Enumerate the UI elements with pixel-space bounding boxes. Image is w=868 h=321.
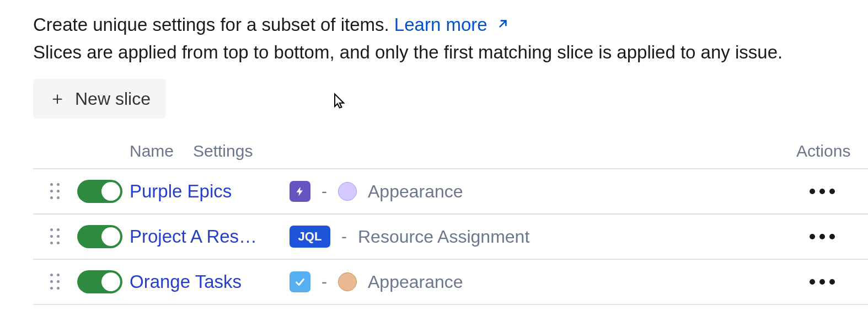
enable-toggle[interactable] [77, 180, 122, 203]
settings-label: Resource Assignment [358, 227, 529, 247]
drag-icon [50, 183, 60, 200]
settings-label: Appearance [368, 181, 463, 202]
page-description: Create unique settings for a subset of i… [33, 11, 868, 66]
slice-name-link[interactable]: Project A Res… [130, 226, 284, 247]
separator: - [341, 227, 347, 246]
drag-handle[interactable] [33, 274, 77, 290]
plus-icon: ＋ [49, 87, 66, 111]
new-slice-label: New slice [75, 89, 151, 109]
col-actions-header: Actions [796, 142, 868, 160]
description-line1: Create unique settings for a subset of i… [33, 14, 394, 35]
separator: - [322, 272, 327, 291]
settings-label: Appearance [368, 272, 463, 292]
jql-badge: JQL [290, 226, 330, 248]
check-icon [290, 271, 310, 292]
more-actions-button[interactable] [804, 274, 840, 290]
enable-toggle[interactable] [77, 270, 122, 293]
settings-cell: - Appearance [290, 271, 796, 292]
table-row: Orange Tasks - Appearance [33, 260, 868, 305]
enable-toggle[interactable] [77, 225, 122, 248]
separator: - [322, 182, 327, 201]
color-swatch [338, 272, 357, 291]
more-actions-button[interactable] [804, 228, 840, 245]
description-line2: Slices are applied from top to bottom, a… [33, 42, 783, 62]
external-link-icon [492, 14, 510, 35]
table-row: Project A Res… JQL - Resource Assignment [33, 215, 868, 260]
bolt-icon [290, 181, 310, 202]
new-slice-button[interactable]: ＋ New slice [33, 79, 166, 119]
drag-handle[interactable] [33, 228, 77, 245]
drag-icon [50, 274, 60, 290]
table-row: Purple Epics - Appearance [33, 169, 868, 215]
settings-cell: - Appearance [290, 181, 796, 202]
table-header: Name Settings Actions [33, 135, 868, 169]
slices-table: Name Settings Actions Purple Epics - App… [33, 135, 868, 305]
col-name-header: Name [33, 142, 193, 160]
slice-name-link[interactable]: Purple Epics [130, 181, 284, 202]
learn-more-link[interactable]: Learn more [394, 14, 510, 35]
drag-handle[interactable] [33, 183, 77, 200]
slice-name-link[interactable]: Orange Tasks [130, 271, 284, 292]
settings-cell: JQL - Resource Assignment [290, 226, 796, 248]
more-actions-button[interactable] [804, 183, 840, 200]
col-settings-header: Settings [193, 142, 796, 160]
drag-icon [50, 228, 60, 245]
learn-more-label: Learn more [394, 14, 487, 35]
color-swatch [338, 182, 357, 201]
